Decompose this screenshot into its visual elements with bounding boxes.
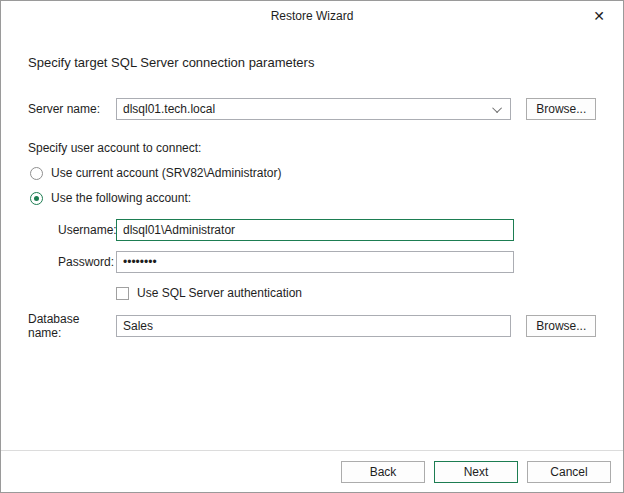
account-section-label: Specify user account to connect: [28, 141, 596, 155]
database-name-row: Database name: Browse... [28, 312, 596, 340]
password-row: Password: [28, 251, 596, 273]
back-button[interactable]: Back [341, 461, 425, 483]
titlebar: Restore Wizard ✕ [1, 1, 623, 31]
server-name-combobox[interactable]: dlsql01.tech.local [116, 98, 511, 120]
sql-auth-checkbox[interactable] [116, 287, 129, 300]
use-following-account-radio[interactable] [30, 192, 43, 205]
use-current-account-label[interactable]: Use current account (SRV82\Administrator… [51, 166, 282, 180]
database-name-input[interactable] [116, 315, 511, 337]
footer: Back Next Cancel [1, 450, 623, 492]
password-label: Password: [58, 255, 116, 269]
use-following-account-option: Use the following account: [30, 191, 596, 205]
use-following-account-label[interactable]: Use the following account: [51, 191, 191, 205]
wizard-content: Specify target SQL Server connection par… [1, 55, 623, 340]
page-title: Specify target SQL Server connection par… [28, 55, 596, 70]
username-row: Username: [28, 219, 596, 241]
username-label: Username: [58, 223, 116, 237]
use-current-account-radio[interactable] [30, 167, 43, 180]
chevron-down-icon[interactable] [493, 103, 503, 113]
server-browse-button[interactable]: Browse... [526, 98, 596, 120]
next-button[interactable]: Next [434, 461, 518, 483]
sql-auth-label[interactable]: Use SQL Server authentication [137, 286, 302, 300]
server-name-label: Server name: [28, 102, 116, 116]
database-browse-button[interactable]: Browse... [526, 315, 596, 337]
database-name-label: Database name: [28, 312, 116, 340]
cancel-button[interactable]: Cancel [527, 461, 611, 483]
use-current-account-option: Use current account (SRV82\Administrator… [30, 166, 596, 180]
password-input[interactable] [116, 251, 514, 273]
server-name-row: Server name: dlsql01.tech.local Browse..… [28, 98, 596, 120]
server-name-value: dlsql01.tech.local [123, 102, 215, 116]
close-icon[interactable]: ✕ [583, 1, 615, 31]
username-input[interactable] [116, 219, 514, 241]
window-title: Restore Wizard [271, 9, 354, 23]
sql-auth-option: Use SQL Server authentication [116, 286, 596, 300]
restore-wizard-dialog: Restore Wizard ✕ Specify target SQL Serv… [0, 0, 624, 493]
